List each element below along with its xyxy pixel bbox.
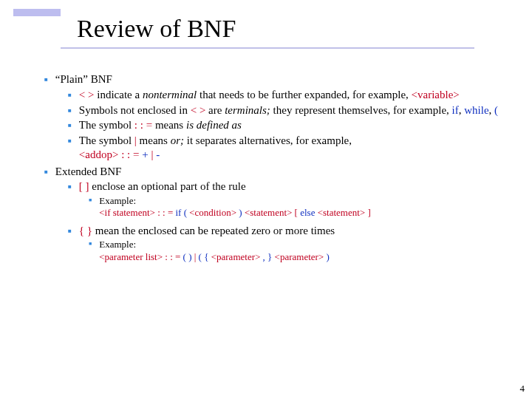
bullet-example-if: ■ Example: <if statement> : : = if ( <co… [89, 195, 520, 219]
bullet-extended-bnf: ■ Extended BNF [44, 165, 520, 179]
bullet-icon: ■ [44, 76, 48, 83]
bullet-text: Example: <if statement> : : = if ( <cond… [99, 195, 371, 219]
bullet-icon: ■ [89, 241, 92, 248]
bullet-or: ■ The symbol | means or; it separates al… [68, 134, 520, 162]
bullet-square-brackets: ■ [ ] enclose an optional part of the ru… [68, 180, 520, 194]
bullet-text: The symbol | means or; it separates alte… [79, 134, 352, 162]
bullet-icon: ■ [68, 107, 72, 115]
bullet-icon: ■ [68, 92, 72, 99]
title-accent-bar [13, 9, 61, 16]
bullet-plain-bnf: ■ “Plain” BNF [44, 72, 520, 86]
bullet-text: Symbols not enclosed in < > are terminal… [79, 103, 498, 117]
bullet-text: Example: <parameter list> : : = ( ) | ( … [99, 239, 330, 263]
slide: Review of BNF ■ “Plain” BNF ■ < > indica… [0, 0, 532, 399]
bullet-icon: ■ [68, 137, 72, 145]
bullet-curly-braces: ■ { } mean the enclosed can be repeated … [68, 224, 520, 238]
bullet-angle-brackets: ■ < > indicate a nonterminal that needs … [68, 88, 520, 102]
bullet-terminals: ■ Symbols not enclosed in < > are termin… [68, 103, 520, 117]
bullet-text: Extended BNF [55, 165, 122, 179]
page-title: Review of BNF [77, 13, 236, 45]
bullet-icon: ■ [68, 228, 72, 235]
bullet-icon: ■ [44, 168, 48, 176]
bullet-text: { } mean the enclosed can be repeated ze… [79, 224, 335, 238]
title-underline [61, 47, 474, 49]
bullet-text: The symbol : : = means is defined as [79, 118, 242, 132]
bullet-text: “Plain” BNF [55, 72, 112, 86]
bullet-icon: ■ [89, 197, 92, 204]
bullet-text: < > indicate a nonterminal that needs to… [79, 88, 460, 102]
slide-body: ■ “Plain” BNF ■ < > indicate a nontermin… [44, 72, 520, 263]
bullet-icon: ■ [68, 183, 72, 191]
bullet-example-paramlist: ■ Example: <parameter list> : : = ( ) | … [89, 239, 520, 263]
page-number: 4 [520, 383, 525, 395]
bullet-defined-as: ■ The symbol : : = means is defined as [68, 118, 520, 132]
bullet-text: [ ] enclose an optional part of the rule [79, 180, 246, 194]
bullet-icon: ■ [68, 122, 72, 129]
